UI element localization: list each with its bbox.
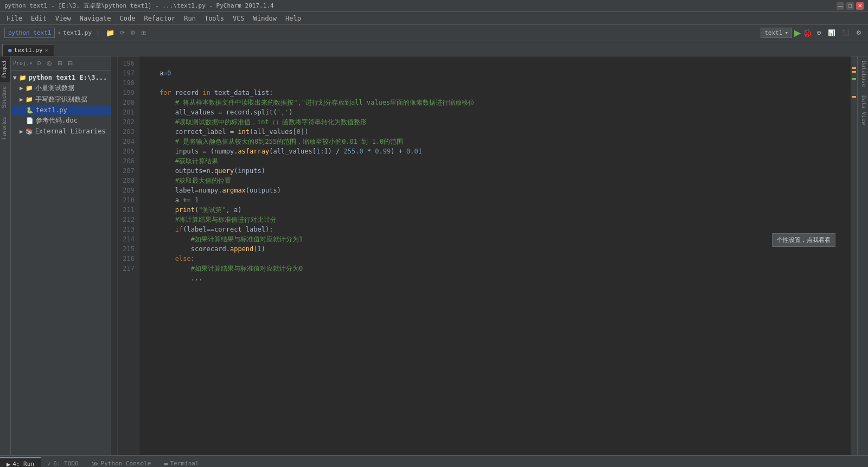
tree-item-text1py[interactable]: 🐍 text1.py [11,105,111,115]
run-tab-label: 4: Run [12,460,34,467]
file-text1py-label: text1.py [36,106,67,114]
project-label: python text1 [4,28,55,38]
window-controls: — □ ✕ [837,2,864,10]
toolbar-separator: › [57,29,61,36]
right-panels: Database Data View [857,56,868,455]
tooltip-box: 个性设置，点我看看 [772,233,835,247]
coverage-button[interactable]: ⊕ [814,28,824,37]
line-numbers: 196 197 198 199 200 201 202 203 204 205 … [118,56,139,455]
menu-code[interactable]: Code [116,14,140,23]
folder-icon-1: 📁 [25,85,33,92]
file-breadcrumb: text1.py [63,29,92,36]
project-icon[interactable]: 📁 [104,28,116,37]
menu-edit[interactable]: Edit [27,14,51,23]
expand-dirs-btn[interactable]: ⊞ [56,59,64,67]
bottom-tabs: ▶ 4: Run ✓ 6: TODO ≫ Python Console ▬ Te… [0,456,868,467]
menu-window[interactable]: Window [249,14,281,23]
close-tab-button[interactable]: ✕ [45,47,48,53]
stop-button[interactable]: ⬛ [840,28,852,37]
sidebar-toolbar: Proj.▾ ⊙ ◎ ⊞ ⊟ [11,56,111,71]
code-editor[interactable]: 196 197 198 199 200 201 202 203 204 205 … [111,56,857,455]
tree-item-folder2[interactable]: ▶ 📁 手写数字识别数据 [11,94,111,105]
python-console-icon: ≫ [92,460,99,468]
settings-gear[interactable]: ⚙ [129,29,137,37]
terminal-icon: ▬ [164,460,168,468]
right-scroll [851,56,857,455]
rpanel-database[interactable]: Database [858,56,868,91]
expand-icon: ▼ [13,74,17,81]
bottom-panel: ▶ 4: Run ✓ 6: TODO ≫ Python Console ▬ Te… [0,455,868,467]
project-folder-icon: 📁 [19,74,27,81]
debug-button[interactable]: 🐞 [803,29,812,37]
project-tree: ▼ 📁 python text1 E:\3... ▶ 📁 小量测试数据 ▶ 📁 … [11,71,111,455]
scroll-from-source-btn[interactable]: ◎ [45,59,54,67]
tree-item-folder1[interactable]: ▶ 📁 小量测试数据 [11,82,111,94]
title-bar: python text1 - [E:\3. 五卓章\python text1] … [0,0,868,12]
rpanel-dataview[interactable]: Data View [858,91,868,129]
run-button[interactable]: ▶ [794,28,801,38]
doc-file-icon: 📄 [26,117,34,124]
folder2-label: 手写数字识别数据 [35,95,87,104]
sidebar-title: Proj.▾ [13,60,33,66]
btab-python-console[interactable]: ≫ Python Console [85,458,158,468]
app-title: python text1 - [E:\3. 五卓章\python text1] … [4,2,274,10]
file-doc-label: 参考代码.doc [36,116,78,125]
terminal-label: Terminal [170,460,199,467]
menu-file[interactable]: File [2,14,27,23]
menu-tools[interactable]: Tools [200,14,228,23]
close-button[interactable]: ✕ [856,2,864,10]
tree-root[interactable]: ▼ 📁 python text1 E:\3... [11,73,111,82]
profile-button[interactable]: 📊 [826,28,838,37]
ext-libs-label: External Libraries [35,127,106,135]
menu-navigate[interactable]: Navigate [75,14,116,23]
menu-refactor[interactable]: Refactor [139,14,180,23]
run-tab-icon: ▶ [7,460,10,468]
vtab-structure[interactable]: Structure [0,82,10,113]
project-sidebar: Proj.▾ ⊙ ◎ ⊞ ⊟ ▼ 📁 python text1 E:\3... … [11,56,111,455]
file-icon: ● [8,47,12,54]
left-vertical-tabs: Project Structure Favorites [0,56,11,455]
ext-libs-icon: 📚 [25,128,33,135]
maximize-button[interactable]: □ [846,2,854,10]
tab-text1-py[interactable]: ● text1.py ✕ [2,44,54,56]
tree-item-ext-libs[interactable]: ▶ 📚 External Libraries [11,126,111,136]
gutter [111,56,118,455]
btab-terminal[interactable]: ▬ Terminal [157,458,205,468]
python-console-label: Python Console [101,460,151,467]
menu-bar: File Edit View Navigate Code Refactor Ru… [0,12,868,25]
tooltip-text: 个性设置，点我看看 [777,236,831,244]
expand-icon-1: ▶ [20,85,23,92]
expand-all[interactable]: ⊞ [139,29,148,37]
run-config-selector[interactable]: text1 ▾ [761,28,792,38]
collapse-all-btn[interactable]: ⊟ [66,59,74,67]
locate-file-btn[interactable]: ⊙ [35,59,43,67]
menu-help[interactable]: Help [281,14,305,23]
btab-todo[interactable]: ✓ 6: TODO [41,458,85,468]
folder1-label: 小量测试数据 [35,84,74,93]
menu-run[interactable]: Run [180,14,200,23]
vtab-project[interactable]: Project [0,56,10,82]
code-content[interactable]: a=0 for record in text_data_list: # 将从样本… [139,56,851,455]
sync-btn[interactable]: ⟳ [118,29,126,37]
py-file-icon: 🐍 [26,107,34,114]
toolbar: python text1 › text1.py | 📁 ⟳ ⚙ ⊞ text1 … [0,25,868,41]
project-name: python text1 E:\3... [29,74,107,81]
code-area: 196 197 198 199 200 201 202 203 204 205 … [111,56,857,455]
tab-bar: ● text1.py ✕ [0,41,868,56]
toolbar-right: text1 ▾ ▶ 🐞 ⊕ 📊 ⬛ ⚙ [761,28,864,38]
todo-tab-label: 6: TODO [53,460,78,467]
menu-view[interactable]: View [51,14,75,23]
vtab-favorites[interactable]: Favorites [0,113,10,144]
menu-vcs[interactable]: VCS [228,14,249,23]
folder-icon-2: 📁 [25,96,33,103]
main-area: Project Structure Favorites Proj.▾ ⊙ ◎ ⊞… [0,56,868,455]
expand-icon-2: ▶ [20,96,23,103]
tree-item-doc[interactable]: 📄 参考代码.doc [11,115,111,126]
todo-tab-icon: ✓ [47,460,51,468]
build-button[interactable]: ⚙ [854,28,864,37]
expand-icon-ext: ▶ [20,128,23,135]
toolbar-left: python text1 › text1.py | 📁 ⟳ ⚙ ⊞ [4,28,148,38]
minimize-button[interactable]: — [837,2,844,10]
btab-run[interactable]: ▶ 4: Run [0,457,41,468]
